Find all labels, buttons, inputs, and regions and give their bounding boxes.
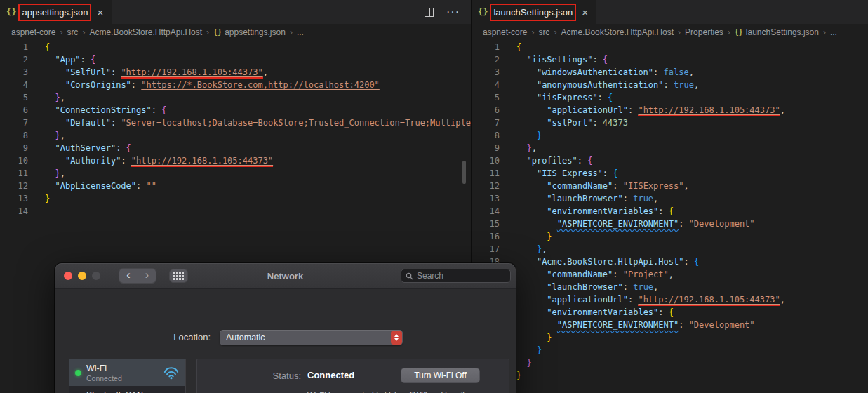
breadcrumb-item[interactable]: Properties — [685, 27, 723, 37]
breadcrumb-separator: › — [554, 27, 556, 37]
code-line: 17 }, — [472, 243, 868, 255]
breadcrumb-item[interactable]: {}appsettings.json — [213, 27, 286, 37]
breadcrumb-launchsettings: aspnet-core›src›Acme.BookStore.HttpApi.H… — [472, 24, 868, 40]
code-line: 23 "ASPNETCORE_ENVIRONMENT": "Developmen… — [472, 319, 868, 331]
close-tab-icon[interactable]: × — [582, 7, 588, 18]
breadcrumb-separator: › — [823, 27, 826, 37]
location-dropdown[interactable]: Automatic — [220, 330, 403, 345]
connection-info-line1: Wi-Fi is connected to VolosoftWifi and h… — [307, 390, 472, 393]
service-name: Wi-Fi — [86, 364, 159, 373]
code-line: 25 } — [472, 344, 868, 357]
breadcrumb-separator: › — [290, 27, 293, 37]
line-number: 6 — [472, 104, 500, 116]
breadcrumb-appsettings: aspnet-core›src›Acme.BookStore.HttpApi.H… — [0, 24, 471, 40]
line-number: 15 — [472, 218, 500, 230]
line-number: 3 — [0, 66, 28, 79]
editor-actions: ··· — [425, 0, 471, 24]
search-placeholder: Search — [417, 271, 443, 281]
close-window-button[interactable] — [64, 272, 72, 280]
code-line: 7 "Default": "Server=localhost;Database=… — [0, 116, 471, 129]
breadcrumb-item[interactable]: aspnet-core — [11, 27, 55, 37]
split-editor-icon[interactable] — [425, 8, 434, 17]
more-actions-icon[interactable]: ··· — [446, 6, 460, 18]
tab-bar-right: {} launchSettings.json × — [472, 0, 868, 24]
line-number: 7 — [472, 116, 500, 129]
code-line: 5 }, — [0, 91, 471, 104]
line-number: 8 — [472, 129, 500, 142]
scrollbar-thumb[interactable] — [462, 161, 466, 184]
code-launchsettings[interactable]: 1{2 "iisSettings": {3 "windowsAuthentica… — [472, 40, 868, 382]
line-number: 8 — [0, 129, 28, 142]
code-line: 13} — [0, 192, 471, 205]
breadcrumb-item[interactable]: {}launchSettings.json — [735, 27, 819, 37]
line-number: 14 — [472, 205, 500, 218]
breadcrumb-item[interactable]: aspnet-core — [483, 27, 527, 37]
code-line: 15 "ASPNETCORE_ENVIRONMENT": "Developmen… — [472, 218, 868, 230]
code-line: 20 "launchBrowser": true, — [472, 281, 868, 293]
line-number: 10 — [472, 154, 500, 167]
json-file-icon: {} — [6, 7, 16, 17]
dropdown-stepper-icon — [391, 331, 402, 345]
line-number: 2 — [472, 53, 500, 66]
minimize-window-button[interactable] — [78, 272, 86, 280]
line-number: 6 — [0, 104, 28, 116]
line-number: 1 — [472, 41, 500, 53]
service-list: Wi-Fi Connected Bluetooth PAN Not Conne — [69, 359, 186, 393]
service-row-bluetooth[interactable]: Bluetooth PAN Not Connected — [69, 386, 185, 393]
json-file-icon: {} — [735, 28, 743, 36]
line-number: 9 — [0, 142, 28, 154]
location-value: Automatic — [226, 333, 265, 342]
network-body: Location: Automatic Wi-Fi Connected — [55, 289, 516, 393]
zoom-window-button[interactable] — [92, 272, 100, 280]
json-file-icon: {} — [213, 28, 222, 36]
code-line: 22 "environmentVariables": { — [472, 306, 868, 319]
breadcrumb-separator: › — [60, 27, 62, 37]
breadcrumb-item[interactable]: Acme.BookStore.HttpApi.Host — [561, 27, 674, 37]
breadcrumb-item[interactable]: ... — [297, 27, 304, 37]
forward-button[interactable]: › — [138, 269, 156, 283]
breadcrumb-item[interactable]: src — [67, 27, 78, 37]
service-row-wifi[interactable]: Wi-Fi Connected — [69, 359, 185, 386]
status-label: Status: — [264, 371, 301, 381]
line-number: 10 — [0, 154, 28, 167]
wifi-icon — [163, 366, 179, 380]
code-line: 12 "AbpLicenseCode": "" — [0, 180, 471, 192]
code-appsettings[interactable]: 1{2 "App": {3 "SelfUrl": "http://192.168… — [0, 40, 471, 218]
code-line: 24 } — [472, 331, 868, 344]
tab-bar-left: {} appsettings.json × ··· — [0, 0, 471, 24]
breadcrumb-item[interactable]: src — [538, 27, 549, 37]
code-line: 4 "CorsOrigins": "https://*.BookStore.co… — [0, 79, 471, 91]
code-line: 16 } — [472, 230, 868, 243]
line-number: 5 — [472, 91, 500, 104]
service-status: Connected — [86, 374, 159, 382]
breadcrumb-item[interactable]: ... — [830, 27, 837, 37]
breadcrumb-separator: › — [728, 27, 730, 37]
status-value: Connected — [307, 370, 354, 380]
line-number: 11 — [0, 167, 28, 180]
turn-wifi-off-button[interactable]: Turn Wi-Fi Off — [401, 368, 480, 383]
close-tab-icon[interactable]: × — [97, 7, 103, 18]
code-line: 14 — [0, 205, 471, 218]
tab-appsettings[interactable]: {} appsettings.json × — [0, 0, 112, 24]
code-line: 4 "anonymousAuthentication": true, — [472, 79, 868, 91]
tab-label: launchSettings.json — [493, 7, 573, 18]
code-line: 11 "IIS Express": { — [472, 167, 868, 180]
line-number: 17 — [472, 243, 500, 255]
line-number: 12 — [472, 180, 500, 192]
breadcrumb-separator: › — [82, 27, 85, 37]
location-label: Location: — [132, 332, 211, 342]
network-window: ‹ › Network Search Location: Automatic — [55, 263, 516, 393]
code-line: 9 "AuthServer": { — [0, 142, 471, 154]
search-field[interactable]: Search — [401, 269, 511, 283]
code-line: 19 "commandName": "Project", — [472, 268, 868, 281]
code-line: 5 "iisExpress": { — [472, 91, 868, 104]
breadcrumb-item[interactable]: Acme.BookStore.HttpApi.Host — [89, 27, 202, 37]
line-number: 5 — [0, 91, 28, 104]
network-titlebar[interactable]: ‹ › Network Search — [55, 263, 516, 289]
tab-launchsettings[interactable]: {} launchSettings.json × — [472, 0, 596, 24]
code-line: 8 }, — [0, 129, 471, 142]
show-all-grid-icon[interactable] — [169, 269, 188, 283]
line-number: 14 — [0, 205, 28, 218]
back-button[interactable]: ‹ — [119, 269, 138, 283]
code-line: 10 "Authority": "http://192.168.1.105:44… — [0, 154, 471, 167]
